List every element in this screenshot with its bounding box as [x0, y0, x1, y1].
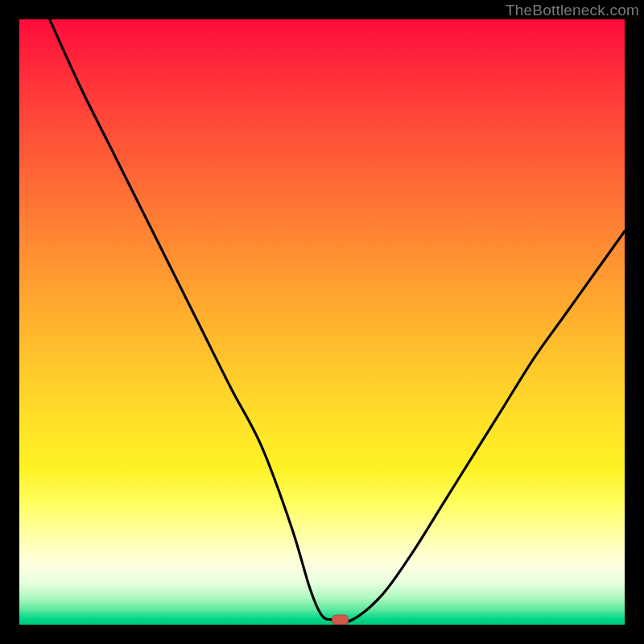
optimum-marker	[332, 615, 349, 625]
bottleneck-curve	[19, 19, 625, 625]
chart-frame: TheBottleneck.com	[0, 0, 644, 644]
plot-area	[19, 19, 625, 625]
watermark-text: TheBottleneck.com	[506, 2, 639, 19]
curve-path	[50, 19, 625, 622]
